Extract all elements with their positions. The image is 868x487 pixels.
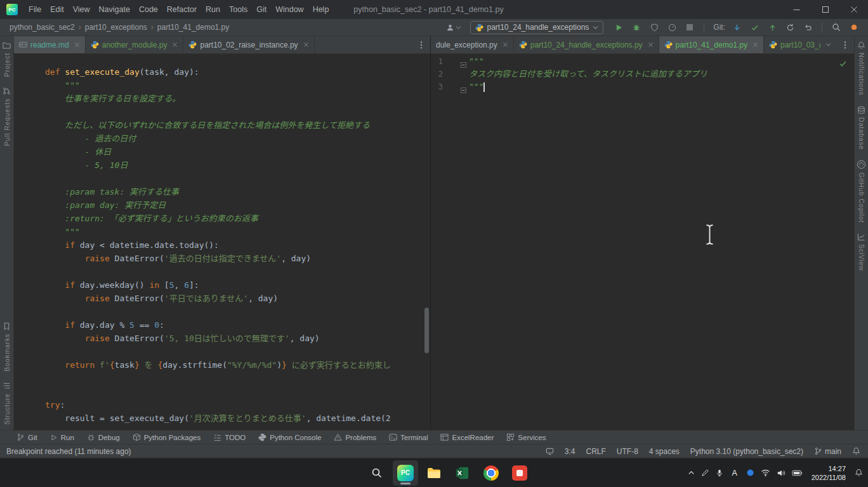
menu-file[interactable]: File bbox=[24, 0, 46, 19]
menu-refactor[interactable]: Refactor bbox=[162, 0, 201, 19]
toolwindow-button-github-copilot[interactable]: GitHub Copilot bbox=[857, 155, 866, 228]
tab-part10-02-raise-instance-py[interactable]: part10_02_raise_instance.py bbox=[183, 36, 314, 53]
menu-run[interactable]: Run bbox=[201, 0, 225, 19]
toolbar-debug[interactable]: Debug bbox=[81, 431, 126, 444]
menu-git[interactable]: Git bbox=[252, 0, 271, 19]
git-history-button[interactable] bbox=[782, 20, 798, 34]
minimize-button[interactable] bbox=[782, 0, 811, 19]
toolbar-python-packages[interactable]: Python Packages bbox=[126, 431, 207, 444]
wifi-icon[interactable] bbox=[761, 469, 770, 477]
tab-dule-exception-py[interactable]: dule_exception.py bbox=[431, 36, 514, 53]
toolwindow-button-bookmarks[interactable]: Bookmarks bbox=[3, 317, 11, 377]
user-account-button[interactable] bbox=[446, 23, 461, 32]
coverage-button[interactable] bbox=[647, 20, 662, 34]
toolwindow-button-structure[interactable]: Structure bbox=[3, 377, 11, 430]
hidden-tabs-chevron-icon[interactable] bbox=[820, 36, 836, 53]
toolbar-git[interactable]: Git bbox=[10, 431, 44, 444]
status-message: Breakpoint reached (11 minutes ago) bbox=[6, 447, 131, 456]
microphone-icon[interactable] bbox=[716, 469, 723, 477]
tab-readme-md[interactable]: readme.md bbox=[14, 36, 86, 53]
git-branch-widget[interactable]: main bbox=[814, 447, 841, 456]
close-tab-icon[interactable] bbox=[753, 42, 758, 48]
taskbar-windows-button[interactable] bbox=[336, 460, 361, 486]
search-everywhere-button[interactable] bbox=[829, 20, 844, 34]
python-interpreter[interactable]: Python 3.10 (python_basic_sec2) bbox=[690, 447, 803, 456]
toolwindow-button-database[interactable]: Database bbox=[857, 101, 865, 155]
close-tab-icon[interactable] bbox=[503, 42, 508, 48]
taskbar-pycharm-button[interactable]: PC bbox=[393, 460, 418, 486]
git-update-button[interactable] bbox=[729, 20, 744, 34]
close-tab-icon[interactable] bbox=[74, 42, 80, 48]
git-rollback-button[interactable] bbox=[800, 20, 815, 34]
left-editor-scrollbar[interactable] bbox=[424, 308, 429, 353]
left-editor[interactable]: def set_execute_day(task, day): """ 仕事を実… bbox=[14, 54, 430, 430]
menu-help[interactable]: Help bbox=[308, 0, 334, 19]
stop-button[interactable] bbox=[682, 20, 697, 34]
menu-window[interactable]: Window bbox=[271, 0, 308, 19]
taskbar-chrome-button[interactable] bbox=[478, 460, 504, 486]
record-indicator-icon[interactable] bbox=[846, 20, 862, 34]
tray-app-icon[interactable] bbox=[746, 469, 754, 477]
toolwindow-button-pull-requests[interactable]: Pull Requests bbox=[3, 82, 11, 151]
taskbar-clock[interactable]: 14:27 2022/11/08 bbox=[812, 464, 846, 482]
menu-tools[interactable]: Tools bbox=[225, 0, 252, 19]
breadcrumb-item-part10-exceptions[interactable]: part10_exceptions bbox=[84, 23, 148, 32]
breadcrumb-item-part10-41-demo1-py[interactable]: part10_41_demo1.py bbox=[157, 23, 230, 32]
close-tab-icon[interactable] bbox=[648, 42, 654, 48]
toolbar-todo[interactable]: TODO bbox=[207, 431, 252, 444]
menu-code[interactable]: Code bbox=[135, 0, 162, 19]
menu-edit[interactable]: Edit bbox=[46, 0, 69, 19]
tab-another-module-py[interactable]: another_module.py bbox=[86, 36, 184, 53]
debug-button[interactable] bbox=[629, 20, 644, 34]
taskbar-red-button[interactable] bbox=[507, 460, 532, 486]
volume-icon[interactable] bbox=[777, 469, 786, 477]
close-button[interactable] bbox=[839, 0, 868, 19]
battery-icon[interactable] bbox=[792, 469, 803, 477]
menu-navigate[interactable]: Navigate bbox=[95, 0, 135, 19]
right-editor[interactable]: 1"""2タスク内容と日付を受け取って、タスクリストに追加するアプリ3""" bbox=[431, 54, 854, 430]
toolbar-problems[interactable]: Problems bbox=[327, 431, 383, 444]
toolwindow-button-notifications[interactable]: Notifications bbox=[857, 36, 865, 101]
taskbar-explorer-button[interactable] bbox=[421, 460, 447, 486]
toolbar-excelreader[interactable]: ExcelReader bbox=[434, 431, 500, 444]
status-widget-icon[interactable] bbox=[546, 447, 554, 455]
fold-marker-icon[interactable] bbox=[461, 59, 466, 65]
taskbar-excel-button[interactable] bbox=[450, 460, 475, 486]
run-configuration-select[interactable]: part10_24_handle_exceptions bbox=[470, 21, 604, 34]
fold-marker-icon[interactable] bbox=[461, 84, 466, 90]
close-tab-icon[interactable] bbox=[303, 42, 309, 48]
toolbar-run[interactable]: Run bbox=[44, 431, 81, 444]
tab-part10-41-demo1-py[interactable]: part10_41_demo1.py bbox=[659, 36, 764, 53]
toolwindow-button-sciview[interactable]: SciView bbox=[857, 228, 865, 276]
notifications-icon[interactable] bbox=[852, 447, 860, 455]
menu-view[interactable]: View bbox=[69, 0, 95, 19]
code-line: raise DateError('平日ではありません', day) bbox=[45, 292, 430, 305]
tray-overflow-button[interactable] bbox=[688, 469, 695, 476]
toolbar-services[interactable]: Services bbox=[500, 431, 552, 444]
notification-center-icon[interactable] bbox=[855, 469, 863, 477]
toolbar-terminal[interactable]: Terminal bbox=[383, 431, 434, 444]
caret-position[interactable]: 3:4 bbox=[565, 447, 575, 456]
toolbar-python-console[interactable]: Python Console bbox=[252, 431, 327, 444]
tab-part10-24-handle-exceptions-py[interactable]: part10_24_handle_exceptions.py bbox=[514, 36, 659, 53]
encoding[interactable]: UTF-8 bbox=[617, 447, 638, 456]
toolwindow-button-project[interactable]: Project bbox=[3, 36, 11, 82]
indentation[interactable]: 4 spaces bbox=[649, 447, 680, 456]
profiler-button[interactable] bbox=[664, 20, 680, 34]
windows-ink-icon[interactable] bbox=[701, 469, 709, 477]
ime-mode-indicator[interactable]: A bbox=[730, 469, 740, 477]
more-tabs-kebab-icon[interactable] bbox=[412, 36, 430, 53]
close-tab-icon[interactable] bbox=[172, 42, 178, 48]
navigation-bar: python_basic_sec2›part10_exceptions›part… bbox=[0, 19, 868, 36]
maximize-button[interactable] bbox=[811, 0, 839, 19]
run-button[interactable] bbox=[611, 20, 626, 34]
python-console-icon bbox=[258, 433, 266, 441]
tab-part10-03-divide[interactable]: part10_03_divide bbox=[764, 36, 820, 53]
git-push-button[interactable] bbox=[765, 20, 780, 34]
taskbar-search-button[interactable] bbox=[364, 460, 390, 486]
code-token: , day) bbox=[290, 334, 320, 343]
tab-options-kebab-icon[interactable] bbox=[836, 36, 854, 53]
line-ending[interactable]: CRLF bbox=[586, 447, 605, 456]
breadcrumb-item-python-basic-sec2[interactable]: python_basic_sec2 bbox=[9, 23, 76, 32]
git-commit-button[interactable] bbox=[747, 20, 762, 34]
